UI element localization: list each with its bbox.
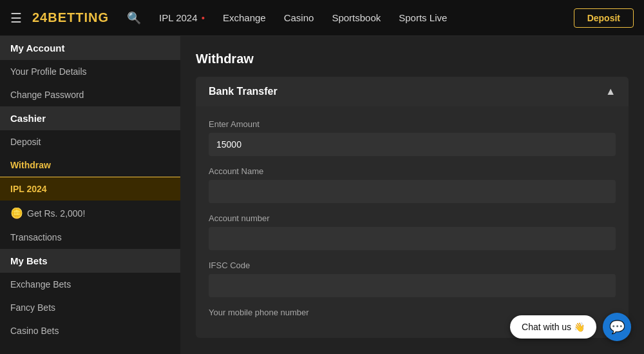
chat-with-us-button[interactable]: Chat with us 👋: [510, 315, 596, 339]
sidebar: My Account Your Profile Details Change P…: [0, 36, 180, 354]
sidebar-item-casino-bets[interactable]: Casino Bets: [0, 319, 180, 342]
nav-link-sportsbook[interactable]: Sportsbook: [332, 12, 381, 23]
sidebar-item-deposit[interactable]: Deposit: [0, 130, 180, 153]
account-number-input[interactable]: [209, 227, 616, 250]
logo[interactable]: 24BETTING: [32, 10, 109, 25]
coin-icon: 🪙: [10, 207, 23, 219]
sidebar-section-my-account: My Account: [0, 36, 180, 60]
sidebar-item-transactions[interactable]: Transactions: [0, 226, 180, 249]
sidebar-section-cashier: Cashier: [0, 106, 180, 130]
bank-transfer-card: Bank Transfer ▲ Enter Amount Account Nam…: [196, 77, 629, 338]
sidebar-item-promo[interactable]: 🪙 Get Rs. 2,000!: [0, 201, 180, 226]
main-content: Withdraw Bank Transfer ▲ Enter Amount Ac…: [180, 36, 644, 354]
sidebar-section-my-bets: My Bets: [0, 249, 180, 273]
nav-link-casino[interactable]: Casino: [284, 12, 314, 23]
sidebar-item-exchange-bets[interactable]: Exchange Bets: [0, 273, 180, 296]
bank-card-title: Bank Transfer: [209, 86, 278, 97]
chevron-up-icon: ▲: [605, 86, 616, 97]
logo-text: 24BETTING: [32, 10, 109, 25]
top-navigation: ☰ 24BETTING 🔍 IPL 2024 • Exchange Casino…: [0, 0, 644, 36]
nav-links: IPL 2024 • Exchange Casino Sportsbook Sp…: [159, 12, 566, 23]
account-name-label: Account Name: [209, 166, 616, 176]
form-group-amount: Enter Amount: [209, 119, 616, 156]
form-group-account-name: Account Name: [209, 166, 616, 203]
ifsc-label: IFSC Code: [209, 261, 616, 270]
account-number-label: Account number: [209, 213, 616, 223]
hamburger-icon[interactable]: ☰: [10, 10, 22, 26]
enter-amount-label: Enter Amount: [209, 119, 616, 129]
sidebar-item-change-password[interactable]: Change Password: [0, 83, 180, 106]
sidebar-item-ipl[interactable]: IPL 2024: [0, 177, 180, 201]
enter-amount-input[interactable]: [209, 133, 616, 156]
page-title: Withdraw: [196, 52, 629, 66]
bank-card-body: Enter Amount Account Name Account number…: [196, 106, 629, 338]
chat-icon: 💬: [609, 319, 625, 335]
form-group-ifsc: IFSC Code: [209, 261, 616, 297]
nav-link-ipl[interactable]: IPL 2024 •: [159, 12, 205, 23]
deposit-button[interactable]: Deposit: [574, 8, 634, 28]
form-group-account-number: Account number: [209, 213, 616, 250]
bank-card-header[interactable]: Bank Transfer ▲: [196, 77, 629, 106]
ifsc-input[interactable]: [209, 274, 616, 297]
nav-link-exchange[interactable]: Exchange: [223, 12, 266, 23]
chat-circle-button[interactable]: 💬: [603, 313, 631, 341]
sidebar-item-fancy-bets[interactable]: Fancy Bets: [0, 296, 180, 319]
account-name-input[interactable]: [209, 180, 616, 203]
nav-link-sportslive[interactable]: Sports Live: [399, 12, 447, 23]
sidebar-item-profile[interactable]: Your Profile Details: [0, 60, 180, 83]
search-icon[interactable]: 🔍: [127, 11, 141, 25]
main-layout: My Account Your Profile Details Change P…: [0, 36, 644, 354]
sidebar-item-withdraw[interactable]: Withdraw: [0, 153, 180, 177]
chat-area: Chat with us 👋 💬: [510, 313, 631, 341]
